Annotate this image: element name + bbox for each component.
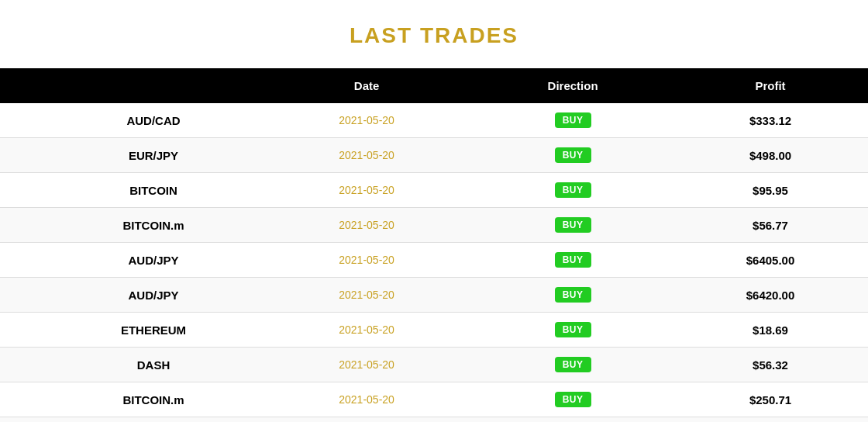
table-row: BITCOIN2021-05-20BUY$95.95 — [0, 173, 868, 208]
cell-profit: $18.69 — [673, 313, 868, 348]
table-row: ETHEREUM2021-05-20BUY$18.69 — [0, 313, 868, 348]
cell-profit: $95.95 — [673, 173, 868, 208]
cell-direction: BUY — [473, 173, 673, 208]
cell-direction: BUY — [473, 243, 673, 278]
direction-badge: BUY — [555, 182, 591, 198]
cell-profit: $6420.00 — [673, 278, 868, 313]
page-title: LAST TRADES — [0, 16, 868, 56]
cell-direction: BUY — [473, 382, 673, 417]
direction-badge: BUY — [555, 252, 591, 268]
table-row: DASH2021-05-20BUY$56.32 — [0, 348, 868, 382]
cell-direction: BUY — [473, 278, 673, 313]
cell-direction: BUY — [473, 348, 673, 382]
cell-profit: $333.12 — [673, 103, 868, 138]
cell-symbol: AUD/JPY — [0, 278, 260, 313]
page-wrapper: LAST TRADES Date Direction Profit AUD/CA… — [0, 0, 868, 422]
cell-profit: $250.71 — [673, 382, 868, 417]
cell-direction: BUY — [473, 313, 673, 348]
cell-date: 2021-05-20 — [260, 138, 473, 173]
cell-profit: $56.77 — [673, 208, 868, 243]
cell-symbol: BITCOIN.m — [0, 208, 260, 243]
cell-symbol: CHF/JPY — [0, 417, 260, 423]
cell-symbol: DASH — [0, 348, 260, 382]
table-row: BITCOIN.m2021-05-20BUY$56.77 — [0, 208, 868, 243]
direction-badge: BUY — [555, 217, 591, 233]
cell-symbol: BITCOIN — [0, 173, 260, 208]
direction-badge: BUY — [555, 112, 591, 128]
cell-date: 2021-05-20 — [260, 278, 473, 313]
direction-badge: BUY — [555, 392, 591, 407]
table-row: AUD/JPY2021-05-20BUY$6405.00 — [0, 243, 868, 278]
table-row: BITCOIN.m2021-05-20BUY$250.71 — [0, 382, 868, 417]
direction-badge: BUY — [555, 147, 591, 163]
header-date: Date — [260, 68, 473, 103]
header-symbol — [0, 68, 260, 103]
direction-badge: BUY — [555, 287, 591, 303]
trades-table: Date Direction Profit AUD/CAD2021-05-20B… — [0, 68, 868, 422]
cell-date: 2021-05-20 — [260, 417, 473, 423]
cell-direction: SELL — [473, 417, 673, 423]
cell-profit: $56.32 — [673, 348, 868, 382]
cell-symbol: EUR/JPY — [0, 138, 260, 173]
cell-symbol: AUD/CAD — [0, 103, 260, 138]
direction-badge: BUY — [555, 322, 591, 337]
cell-direction: BUY — [473, 208, 673, 243]
header-direction: Direction — [473, 68, 673, 103]
cell-direction: BUY — [473, 138, 673, 173]
cell-date: 2021-05-20 — [260, 313, 473, 348]
cell-direction: BUY — [473, 103, 673, 138]
direction-badge: BUY — [555, 357, 591, 372]
table-row: CHF/JPY2021-05-20SELL$6440.00 — [0, 417, 868, 423]
cell-symbol: ETHEREUM — [0, 313, 260, 348]
table-row: AUD/CAD2021-05-20BUY$333.12 — [0, 103, 868, 138]
cell-date: 2021-05-20 — [260, 173, 473, 208]
cell-profit: $6440.00 — [673, 417, 868, 423]
cell-date: 2021-05-20 — [260, 243, 473, 278]
cell-date: 2021-05-20 — [260, 208, 473, 243]
cell-profit: $6405.00 — [673, 243, 868, 278]
header-profit: Profit — [673, 68, 868, 103]
cell-profit: $498.00 — [673, 138, 868, 173]
table-row: AUD/JPY2021-05-20BUY$6420.00 — [0, 278, 868, 313]
table-body: AUD/CAD2021-05-20BUY$333.12EUR/JPY2021-0… — [0, 103, 868, 422]
cell-date: 2021-05-20 — [260, 103, 473, 138]
table-row: EUR/JPY2021-05-20BUY$498.00 — [0, 138, 868, 173]
cell-symbol: BITCOIN.m — [0, 382, 260, 417]
cell-date: 2021-05-20 — [260, 382, 473, 417]
cell-date: 2021-05-20 — [260, 348, 473, 382]
table-header-row: Date Direction Profit — [0, 68, 868, 103]
cell-symbol: AUD/JPY — [0, 243, 260, 278]
